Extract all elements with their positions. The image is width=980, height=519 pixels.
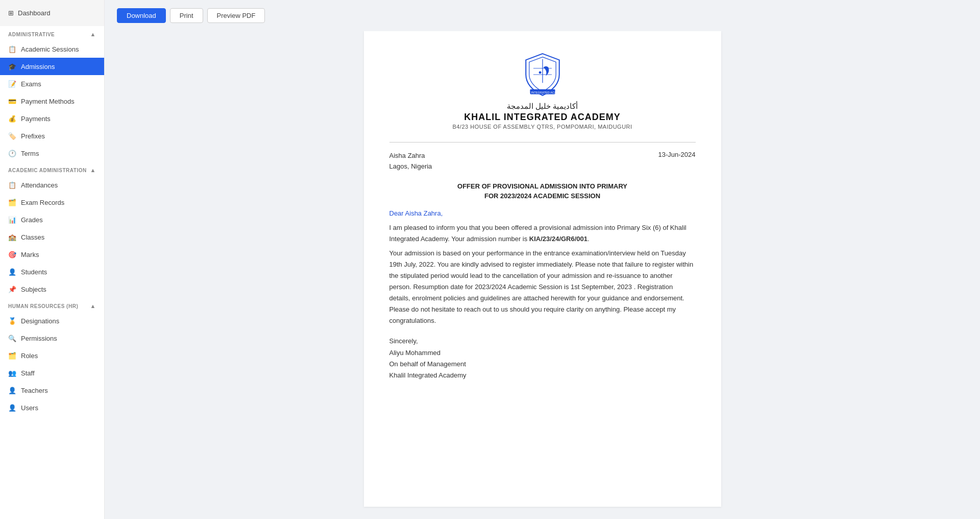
permissions-icon: 🔍: [8, 334, 16, 342]
sidebar-item-label: Students: [21, 268, 47, 276]
sidebar-item-terms[interactable]: 🕐 Terms: [0, 145, 104, 162]
sidebar-item-label: Roles: [21, 352, 38, 360]
exams-icon: 📝: [8, 80, 16, 88]
print-button[interactable]: Print: [170, 8, 203, 23]
sidebar-item-payments[interactable]: 💰 Payments: [0, 110, 104, 127]
signer-org: Khalil Integrated Academy: [389, 370, 696, 381]
sidebar-section-academic-admin[interactable]: ACADEMIC ADMINISTRATION▲: [0, 162, 104, 176]
sidebar-item-classes[interactable]: 🏫 Classes: [0, 228, 104, 246]
school-logo: KHALIL INTEGRATED ACADEMY: [520, 52, 566, 98]
sidebar-item-label: Payments: [21, 115, 51, 123]
staff-icon: 👥: [8, 369, 16, 377]
sidebar-item-grades[interactable]: 📊 Grades: [0, 211, 104, 228]
letter-address: B4/23 HOUSE OF ASSEMBLY QTRS, POMPOMARI,…: [452, 124, 632, 130]
teachers-icon: 👤: [8, 386, 16, 394]
sidebar-section-administrative[interactable]: ADMINISTRATIVE▲: [0, 26, 104, 40]
sidebar: ⊞ Dashboard ADMINISTRATIVE▲ 📋 Academic S…: [0, 0, 105, 519]
sidebar-item-label: Grades: [21, 216, 43, 224]
sidebar-item-students[interactable]: 👤 Students: [0, 263, 104, 280]
preview-pdf-button[interactable]: Preview PDF: [207, 8, 265, 23]
download-button[interactable]: Download: [117, 8, 166, 23]
sidebar-item-prefixes[interactable]: 🏷️ Prefixes: [0, 127, 104, 145]
sidebar-item-label: Exam Records: [21, 199, 64, 206]
letter-document: KHALIL INTEGRATED ACADEMY أكاديمية خليل …: [364, 31, 721, 507]
sidebar-item-label: Designations: [21, 317, 59, 325]
sidebar-item-exam-records[interactable]: 🗂️ Exam Records: [0, 194, 104, 211]
sidebar-item-label: Users: [21, 404, 38, 412]
sidebar-item-label: Staff: [21, 369, 35, 377]
section-label: ACADEMIC ADMINISTRATION: [8, 168, 87, 173]
sidebar-item-exams[interactable]: 📝 Exams: [0, 75, 104, 92]
sidebar-item-label: Permissions: [21, 335, 57, 342]
sincerely: Sincerely,: [389, 336, 696, 347]
designations-icon: 🏅: [8, 317, 16, 325]
main-content: Download Print Preview PDF K: [105, 0, 980, 519]
marks-icon: 🎯: [8, 250, 16, 258]
collapse-icon: ▲: [90, 167, 96, 173]
classes-icon: 🏫: [8, 233, 16, 241]
sidebar-item-subjects[interactable]: 📌 Subjects: [0, 280, 104, 298]
collapse-icon: ▲: [90, 31, 96, 37]
svg-point-0: [538, 71, 541, 74]
academic-sessions-icon: 📋: [8, 45, 16, 53]
sidebar-item-marks[interactable]: 🎯 Marks: [0, 246, 104, 263]
toolbar: Download Print Preview PDF: [105, 0, 980, 31]
sidebar-section-hr[interactable]: HUMAN RESOURCES (HR)▲: [0, 298, 104, 312]
letter-body: I am pleased to inform you that you been…: [389, 222, 696, 327]
dashboard-label: Dashboard: [18, 9, 51, 17]
sidebar-item-label: Terms: [21, 150, 39, 157]
content-area: KHALIL INTEGRATED ACADEMY أكاديمية خليل …: [105, 31, 980, 519]
sidebar-item-academic-sessions[interactable]: 📋 Academic Sessions: [0, 40, 104, 58]
body-paragraph-2: Your admission is based on your performa…: [389, 248, 696, 327]
collapse-icon: ▲: [90, 303, 96, 309]
terms-icon: 🕐: [8, 149, 16, 157]
sidebar-item-label: Teachers: [21, 387, 48, 394]
sidebar-item-label: Classes: [21, 233, 44, 241]
sidebar-item-dashboard[interactable]: ⊞ Dashboard: [0, 0, 104, 26]
sidebar-item-permissions[interactable]: 🔍 Permissions: [0, 329, 104, 347]
roles-icon: 🗂️: [8, 351, 16, 360]
letter-arabic-name: أكاديمية خليل المدمجة: [507, 102, 578, 111]
letter-signature: Sincerely, Aliyu Mohammed On behalf of M…: [389, 336, 696, 381]
sidebar-item-label: Academic Sessions: [21, 45, 79, 53]
sidebar-item-label: Prefixes: [21, 132, 45, 140]
section-label: ADMINISTRATIVE: [8, 32, 55, 37]
subjects-icon: 📌: [8, 285, 16, 293]
letter-date: 13-Jun-2024: [658, 151, 696, 172]
sidebar-item-designations[interactable]: 🏅 Designations: [0, 312, 104, 329]
signer-name: Aliyu Mohammed: [389, 347, 696, 359]
sidebar-item-teachers[interactable]: 👤 Teachers: [0, 382, 104, 399]
sidebar-item-label: Marks: [21, 251, 39, 258]
letter-divider: [389, 142, 696, 143]
dashboard-icon: ⊞: [8, 9, 14, 17]
attendances-icon: 📋: [8, 181, 16, 189]
sidebar-item-users[interactable]: 👤 Users: [0, 399, 104, 416]
letter-academy-name: KHALIL INTEGRATED ACADEMY: [464, 112, 621, 123]
recipient-location: Lagos, Nigeria: [389, 161, 432, 172]
section-label: HUMAN RESOURCES (HR): [8, 303, 78, 309]
exam-records-icon: 🗂️: [8, 198, 16, 206]
signer-role: On behalf of Management: [389, 359, 696, 370]
users-icon: 👤: [8, 404, 16, 412]
sidebar-item-attendances[interactable]: 📋 Attendances: [0, 176, 104, 194]
sidebar-item-staff[interactable]: 👥 Staff: [0, 364, 104, 382]
sidebar-item-roles[interactable]: 🗂️ Roles: [0, 347, 104, 364]
sidebar-item-label: Payment Methods: [21, 98, 75, 105]
subject-line2: FOR 2023/2024 ACADEMIC SESSION: [389, 191, 696, 201]
admissions-icon: 🎓: [8, 62, 16, 70]
letter-header: KHALIL INTEGRATED ACADEMY أكاديمية خليل …: [389, 52, 696, 130]
body-paragraph-1: I am pleased to inform you that you been…: [389, 222, 696, 245]
sidebar-item-admissions[interactable]: 🎓 Admissions: [0, 58, 104, 75]
students-icon: 👤: [8, 268, 16, 276]
sidebar-item-label: Attendances: [21, 181, 58, 189]
sidebar-item-payment-methods[interactable]: 💳 Payment Methods: [0, 92, 104, 110]
payment-methods-icon: 💳: [8, 97, 16, 105]
letter-recipient: Aisha Zahra Lagos, Nigeria: [389, 151, 432, 172]
sidebar-item-label: Subjects: [21, 286, 46, 293]
payments-icon: 💰: [8, 114, 16, 123]
letter-subject: OFFER OF PROVISIONAL ADMISSION INTO PRIM…: [389, 181, 696, 201]
grades-icon: 📊: [8, 216, 16, 224]
svg-text:KHALIL INTEGRATED ACADEMY: KHALIL INTEGRATED ACADEMY: [520, 91, 565, 94]
sidebar-item-label: Exams: [21, 80, 41, 88]
subject-line1: OFFER OF PROVISIONAL ADMISSION INTO PRIM…: [389, 181, 696, 192]
